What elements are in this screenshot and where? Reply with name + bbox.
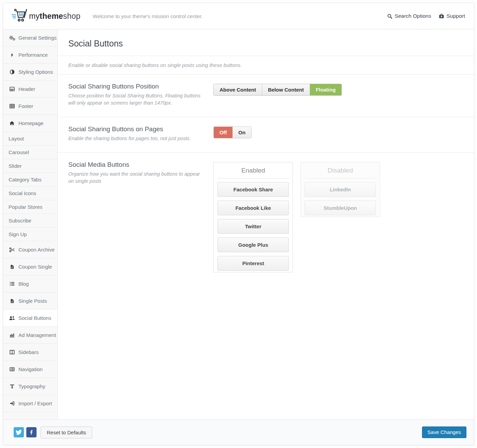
sidebar-item-social-icons[interactable]: Social Icons xyxy=(3,187,57,200)
sidebar-item-carousel[interactable]: Carousel xyxy=(3,146,57,159)
sidebar-item-slider[interactable]: Slider xyxy=(3,159,57,173)
support-link[interactable]: Support xyxy=(439,13,465,19)
file-icon xyxy=(9,264,15,270)
sidebar-item-layout[interactable]: Layout xyxy=(3,132,57,146)
search-options-link[interactable]: Search Options xyxy=(387,13,431,19)
pinterest-sort-item[interactable]: Pinterest xyxy=(218,256,289,271)
position-button-group: Above Content Below Content Floating xyxy=(213,84,342,96)
sidebar-item-single-posts[interactable]: Single Posts xyxy=(3,293,57,310)
mythemeshop-logo: M mythemeshop xyxy=(11,8,81,24)
setting-label: Social Media Buttons xyxy=(68,161,203,168)
page-title-row: Social Buttons xyxy=(58,29,474,56)
reset-to-defaults-button[interactable]: Reset to Defaults xyxy=(41,426,92,438)
main-content: Social Buttons Enable or disable social … xyxy=(58,29,474,419)
facebook-share-sort-item[interactable]: Facebook Share xyxy=(218,182,289,197)
users-icon xyxy=(9,315,15,321)
sidebar-item-subscribe[interactable]: Subscribe xyxy=(3,214,57,228)
logo-wordmark: mythemeshop xyxy=(29,12,81,21)
above-content-button[interactable]: Above Content xyxy=(214,84,262,95)
facebook-icon[interactable] xyxy=(26,427,37,437)
enabled-header: Enabled xyxy=(218,162,289,178)
enabled-buttons-box: Enabled Facebook Share Facebook Like Twi… xyxy=(213,162,293,272)
header-icon xyxy=(9,86,15,92)
body: General Settings Performance Styling Opt… xyxy=(3,29,474,419)
toggle-off-button[interactable]: Off xyxy=(214,127,233,138)
setting-description: Choose position for Social Sharing Butto… xyxy=(68,92,203,107)
sidebar-item-footer[interactable]: Footer xyxy=(3,98,57,115)
file-icon xyxy=(9,298,15,304)
sidebar-item-blog[interactable]: Blog xyxy=(3,275,57,293)
page-subtitle: Enable or disable social sharing buttons… xyxy=(68,62,463,68)
bolt-icon xyxy=(9,52,15,58)
sidebar-item-coupon-single[interactable]: Coupon Single xyxy=(3,258,57,275)
sidebar-item-coupon-archive[interactable]: Coupon Archive xyxy=(3,241,57,258)
top-header: M mythemeshop Welcome to your theme's mi… xyxy=(3,3,474,29)
sidebar-item-navigation[interactable]: Navigation xyxy=(3,361,57,378)
sidebar-item-category-tabs[interactable]: Category Tabs xyxy=(3,173,57,187)
medkit-icon xyxy=(439,14,444,19)
home-icon xyxy=(9,121,15,126)
list-alt-icon xyxy=(9,367,15,372)
bar-chart-icon xyxy=(9,332,15,338)
disabled-header: Disabled xyxy=(305,162,376,178)
toggle-on-button[interactable]: On xyxy=(233,127,251,138)
sidebar-item-import-export[interactable]: Import / Export xyxy=(3,395,57,412)
setting-label: Social Sharing Buttons on Pages xyxy=(68,125,203,133)
below-content-button[interactable]: Below Content xyxy=(262,84,310,95)
page-title: Social Buttons xyxy=(68,39,463,49)
setting-description: Enable the sharing buttons for pages too… xyxy=(68,135,203,142)
setting-description: Organize how you want the social sharing… xyxy=(68,171,203,185)
page-subtitle-row: Enable or disable social sharing buttons… xyxy=(58,56,474,74)
sidebar-item-header[interactable]: Header xyxy=(3,81,57,98)
gears-icon xyxy=(9,35,15,41)
google-plus-sort-item[interactable]: Google Plus xyxy=(218,237,289,252)
search-icon xyxy=(387,14,392,19)
floating-button[interactable]: Floating xyxy=(310,84,341,95)
twitter-sort-item[interactable]: Twitter xyxy=(218,219,289,234)
adjust-icon xyxy=(9,69,15,74)
twitter-icon[interactable] xyxy=(14,427,24,437)
sidebar-item-homepage[interactable]: Homepage xyxy=(3,115,57,132)
linkedin-sort-item[interactable]: LinkedIn xyxy=(305,182,376,197)
setting-sharing-position: Social Sharing Buttons Position Choose p… xyxy=(58,74,474,117)
sidebar-item-styling-options[interactable]: Styling Options xyxy=(3,64,57,81)
pages-toggle: Off On xyxy=(213,126,252,138)
welcome-message: Welcome to your theme's mission control … xyxy=(93,13,203,19)
header-actions: Search Options Support xyxy=(387,13,465,19)
sidebar-item-typography[interactable]: Typography xyxy=(3,378,57,395)
import-icon xyxy=(9,401,15,406)
cart-logo-icon: M xyxy=(11,8,27,24)
columns-icon xyxy=(9,350,15,355)
footer-bar: Reset to Defaults Save Changes xyxy=(3,419,474,445)
disabled-buttons-box: Disabled LinkedIn StumbleUpon xyxy=(300,162,380,217)
setting-sharing-on-pages: Social Sharing Buttons on Pages Enable t… xyxy=(58,117,474,153)
text-icon xyxy=(9,384,15,389)
sidebar-item-general-settings[interactable]: General Settings xyxy=(3,29,57,46)
svg-text:M: M xyxy=(19,12,23,17)
stumbleupon-sort-item[interactable]: StumbleUpon xyxy=(305,201,376,215)
sidebar-item-sidebars[interactable]: Sidebars xyxy=(3,344,57,361)
theme-options-panel: M mythemeshop Welcome to your theme's mi… xyxy=(3,3,474,445)
setting-label: Social Sharing Buttons Position xyxy=(68,83,203,90)
facebook-like-sort-item[interactable]: Facebook Like xyxy=(218,201,289,215)
sidebar-item-sign-up[interactable]: Sign Up xyxy=(3,228,57,241)
scissors-icon xyxy=(9,247,15,253)
save-changes-button[interactable]: Save Changes xyxy=(422,426,466,438)
list-icon xyxy=(9,281,15,286)
sidebar-nav: General Settings Performance Styling Opt… xyxy=(3,29,58,419)
sidebar-item-ad-management[interactable]: Ad Management xyxy=(3,327,57,344)
sidebar-item-performance[interactable]: Performance xyxy=(3,46,57,64)
sidebar-item-popular-stores[interactable]: Popular Stores xyxy=(3,200,57,214)
setting-social-media-buttons: Social Media Buttons Organize how you wa… xyxy=(58,153,474,419)
sidebar-item-social-buttons[interactable]: Social Buttons xyxy=(3,310,57,327)
table-icon xyxy=(9,104,15,109)
